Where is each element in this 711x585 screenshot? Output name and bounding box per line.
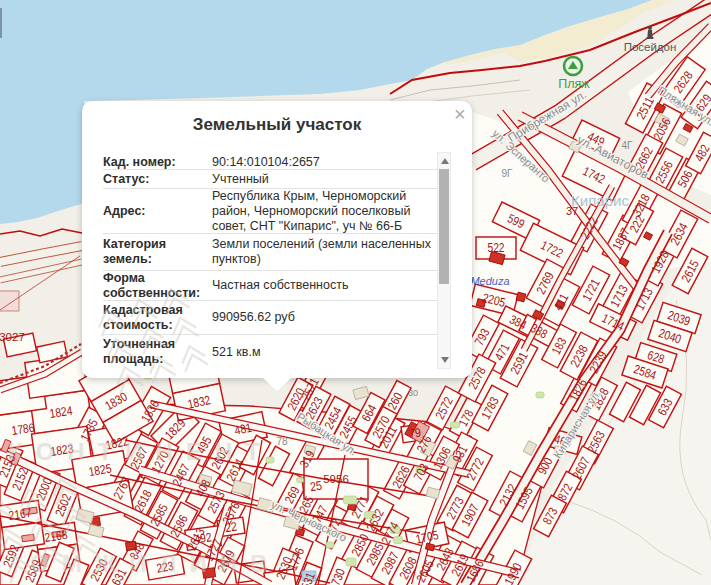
svg-text:22: 22: [224, 520, 238, 536]
svg-text:223: 223: [155, 559, 174, 576]
svg-text:3027: 3027: [0, 331, 25, 343]
svg-text:78: 78: [276, 436, 288, 447]
svg-text:Кипарис: Кипарис: [571, 192, 629, 209]
svg-text:9Г: 9Г: [502, 168, 514, 179]
svg-text:492: 492: [194, 530, 213, 546]
svg-text:Посейдон: Посейдон: [624, 41, 677, 53]
svg-text:Meduza: Meduza: [470, 275, 509, 287]
svg-text:Пляж: Пляж: [558, 77, 590, 91]
svg-text:522: 522: [488, 241, 505, 255]
svg-text:30: 30: [408, 388, 418, 398]
svg-text:4Г: 4Г: [622, 140, 634, 151]
svg-text:25: 25: [309, 479, 323, 495]
svg-text:5956: 5956: [323, 473, 349, 485]
